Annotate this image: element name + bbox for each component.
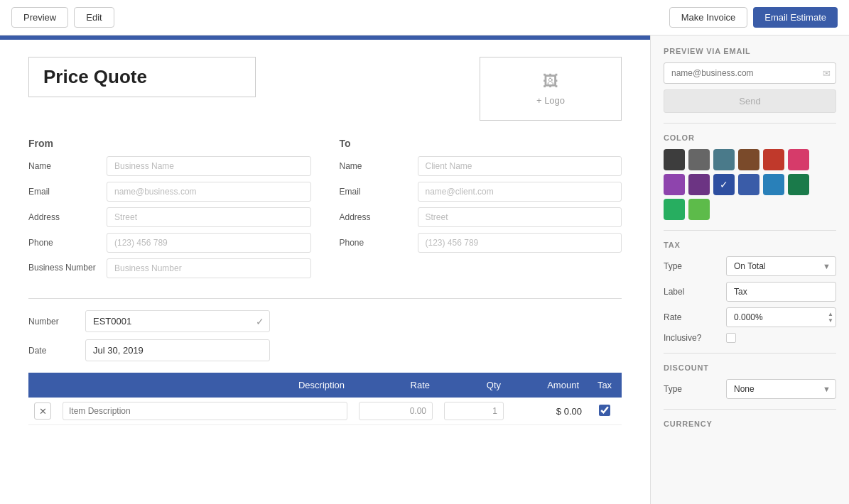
number-input-wrap: ✓ [85,310,270,332]
sidebar-divider-3 [664,353,836,354]
to-address-row: Address [340,207,622,227]
date-label: Date [28,346,85,356]
selected-check: ✓ [720,179,728,190]
from-address-row: Address [28,207,311,227]
color-swatch-4[interactable] [763,149,784,170]
from-address-label: Address [28,212,107,222]
from-business-number-label: Business Number [28,263,107,274]
color-swatch-8[interactable]: ✓ [713,174,735,195]
number-input[interactable] [85,310,270,332]
from-address-input[interactable] [107,207,311,227]
item-qty-input[interactable] [444,402,504,420]
item-rate-cell [353,398,438,425]
rate-down-icon[interactable]: ▼ [828,318,833,324]
item-rate-input[interactable] [359,402,433,420]
item-description-cell [57,398,353,425]
color-swatch-6[interactable] [664,174,685,195]
to-email-row: Email [340,182,622,202]
from-to-section: From Name Email Address Phone [28,138,622,284]
from-section: From Name Email Address Phone [28,138,311,284]
email-estimate-button[interactable]: Email Estimate [753,7,838,28]
tax-rate-label: Rate [664,312,720,322]
check-icon: ✓ [256,316,264,327]
item-remove-button[interactable]: ✕ [34,402,51,420]
item-tax-checkbox[interactable] [599,405,610,416]
item-description-input[interactable] [63,402,347,420]
discount-type-row: Type None Percentage Fixed ▼ [664,379,836,399]
rate-up-icon[interactable]: ▲ [828,312,833,317]
to-address-input[interactable] [418,207,622,227]
email-input-wrap: ✉ [664,62,836,84]
from-business-number-row: Business Number [28,258,311,278]
top-bar-right: Make Invoice Email Estimate [669,7,838,28]
preview-email-input[interactable] [664,62,836,84]
tax-label-label: Label [664,287,720,297]
send-button[interactable]: Send [664,89,836,113]
from-name-input[interactable] [107,156,311,176]
document-header: Price Quote 🖼 + Logo [28,57,622,121]
currency-title: CURRENCY [664,420,836,428]
to-address-label: Address [340,212,418,222]
logo-placeholder-text: + Logo [536,95,565,106]
edit-button[interactable]: Edit [74,7,114,28]
table-header-action [28,373,57,398]
color-swatch-7[interactable] [688,174,710,195]
image-icon: 🖼 [543,72,558,91]
tax-label-row: Label [664,282,836,302]
tax-inclusive-row: Inclusive? [664,333,836,343]
make-invoice-button[interactable]: Make Invoice [669,7,748,28]
from-phone-label: Phone [28,238,107,248]
from-name-label: Name [28,161,107,171]
tax-label-input[interactable] [726,282,836,302]
color-grid: ✓ [664,149,836,220]
document-area: Price Quote 🖼 + Logo From Name Email [0,35,650,504]
tax-inclusive-checkbox[interactable] [726,333,736,343]
to-email-input[interactable] [418,182,622,202]
item-tax-cell [588,398,622,425]
table-header-description: Description [57,373,353,398]
discount-type-select-wrap: None Percentage Fixed ▼ [726,379,836,399]
items-table: Description Rate Qty Amount Tax ✕ [28,373,622,425]
from-phone-input[interactable] [107,233,311,253]
color-swatch-3[interactable] [738,149,759,170]
discount-type-select[interactable]: None Percentage Fixed [726,379,836,399]
number-label: Number [28,317,85,327]
color-swatch-2[interactable] [713,149,735,170]
color-swatch-12[interactable] [664,199,685,220]
from-title: From [28,138,311,149]
from-business-number-input[interactable] [107,258,311,278]
document-title[interactable]: Price Quote [28,57,256,97]
color-swatch-11[interactable] [788,174,809,195]
table-header: Description Rate Qty Amount Tax [28,373,622,398]
tax-type-select-wrap: On Total Per Item None ▼ [726,256,836,276]
color-swatch-9[interactable] [738,174,759,195]
sidebar-divider-1 [664,123,836,124]
color-swatch-13[interactable] [688,199,710,220]
to-phone-input[interactable] [418,233,622,253]
discount-type-label: Type [664,384,720,394]
to-phone-label: Phone [340,238,418,248]
preview-button[interactable]: Preview [11,7,68,28]
color-swatch-1[interactable] [688,149,710,170]
number-row: Number ✓ [28,310,622,332]
to-title: To [340,138,622,149]
color-swatch-5[interactable] [788,149,809,170]
number-date-area: Number ✓ Date [28,310,622,361]
sidebar: PREVIEW VIA EMAIL ✉ Send COLOR ✓ TAX Typ… [650,35,849,504]
logo-box[interactable]: 🖼 + Logo [480,57,622,121]
divider-1 [28,298,622,299]
sidebar-divider-2 [664,230,836,231]
tax-rate-input[interactable] [726,307,836,327]
date-input[interactable] [85,339,270,361]
tax-type-select[interactable]: On Total Per Item None [726,256,836,276]
to-section: To Name Email Address Phone [340,138,622,284]
to-email-label: Email [340,187,418,197]
preview-via-email-title: PREVIEW VIA EMAIL [664,47,836,55]
to-name-input[interactable] [418,156,622,176]
top-bar-left: Preview Edit [11,7,114,28]
item-remove-cell: ✕ [28,398,57,425]
color-swatch-0[interactable] [664,149,685,170]
color-swatch-10[interactable] [763,174,784,195]
table-header-rate: Rate [353,373,438,398]
from-email-input[interactable] [107,182,311,202]
